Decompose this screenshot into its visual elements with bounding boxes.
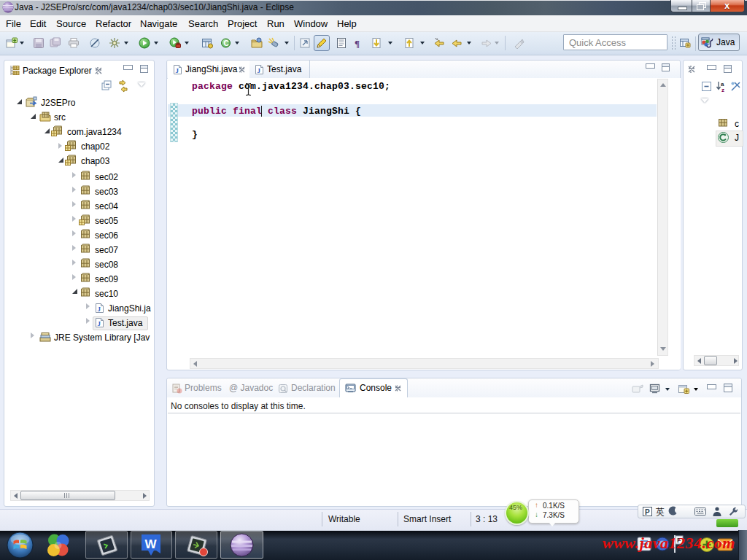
svg-text:J: J bbox=[258, 67, 261, 74]
svg-text:J: J bbox=[98, 306, 101, 313]
svg-text:J: J bbox=[98, 320, 101, 327]
svg-text:P: P bbox=[645, 508, 650, 516]
svg-text:W: W bbox=[145, 537, 158, 551]
svg-text:z: z bbox=[721, 87, 724, 93]
svg-text:C: C bbox=[224, 39, 229, 47]
svg-text:J: J bbox=[176, 67, 179, 74]
svg-text:¶: ¶ bbox=[355, 38, 360, 49]
